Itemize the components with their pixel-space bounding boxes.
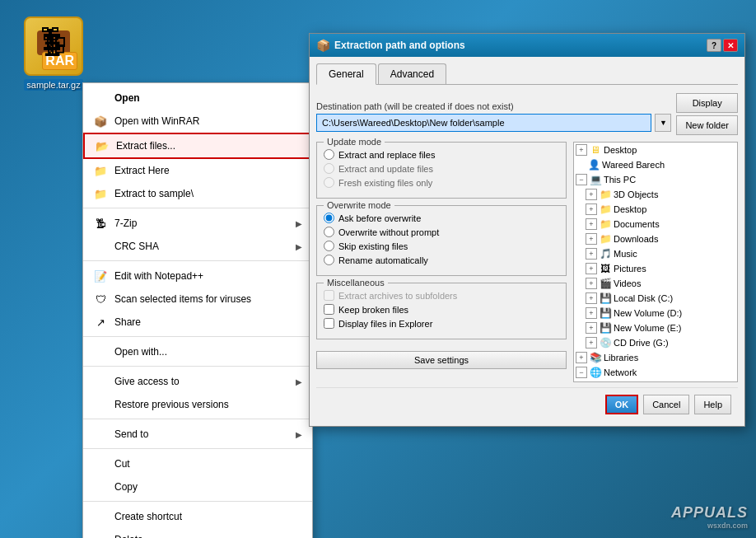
tree-expand-dl[interactable]: + [586,233,597,245]
tree-item-htr[interactable]: + 🖥 HtR [574,380,737,381]
context-menu-share[interactable]: ↗ Share [83,311,312,337]
context-menu-send-to[interactable]: Send to ▶ [83,423,312,449]
tree-expand-music[interactable]: + [586,248,597,260]
tree-view[interactable]: + 🖥 Desktop 👤 Wareed Barech − [574,143,737,381]
context-menu-restore[interactable]: Restore previous versions [83,393,312,419]
radio-fresh-only[interactable]: Fresh existing files only [324,177,559,188]
tree-item-libraries[interactable]: + 📚 Libraries [574,350,737,365]
context-menu-give-access[interactable]: Give access to ▶ [83,370,312,393]
tree-icon-dl: 📁 [599,232,612,246]
tree-expand-3d[interactable]: + [586,189,597,200]
tree-label-d: New Volume (D:) [614,308,682,318]
tab-general[interactable]: General [316,63,376,85]
tree-item-network[interactable]: − 🌐 Network [574,365,737,380]
tree-item-documents[interactable]: + 📁 Documents [574,217,737,232]
path-dropdown-btn[interactable]: ▼ [655,114,671,132]
tree-expand-desktop[interactable]: + [576,144,587,156]
radio-extract-update-input [324,163,334,174]
extract-here-icon: 📁 [93,163,108,178]
tree-expand-e[interactable]: + [586,322,597,334]
tree-icon-lib: 📚 [589,351,602,364]
tree-expand-d[interactable]: + [586,307,597,319]
context-menu-crc-sha[interactable]: CRC SHA ▶ [83,235,312,261]
check-display-files-input[interactable] [324,318,334,329]
tree-expand-pics[interactable]: + [586,263,597,274]
tree-expand-c[interactable]: + [586,292,597,304]
tree-item-desktop2[interactable]: + 📁 Desktop [574,202,737,217]
radio-without-prompt-input[interactable] [324,227,334,237]
radio-extract-replace[interactable]: Extract and replace files [324,149,559,160]
tree-item-volume-d[interactable]: + 💾 New Volume (D:) [574,306,737,320]
tab-advanced[interactable]: Advanced [378,63,446,84]
cancel-button[interactable]: Cancel [643,395,689,414]
check-display-files[interactable]: Display files in Explorer [324,318,559,329]
tree-expand-this-pc[interactable]: − [576,174,587,185]
radio-fresh-only-input [324,177,334,188]
tree-item-local-c[interactable]: + 💾 Local Disk (C:) [574,291,737,306]
cut-icon [93,456,108,471]
radio-rename-auto[interactable]: Rename automatically [324,255,559,265]
tree-item-wareed[interactable]: 👤 Wareed Barech [574,157,737,172]
tree-item-cd-g[interactable]: + 💿 CD Drive (G:) [574,335,737,350]
file-icon[interactable]: 🗜 RAR sample.tar.gz [16,16,91,91]
context-menu-extract-files[interactable]: 📂 Extract files... [83,133,312,159]
save-settings-btn[interactable]: Save settings [316,351,567,369]
help-button[interactable]: Help [694,395,731,414]
radio-extract-replace-label: Extract and replace files [338,150,435,160]
context-menu-extract-here[interactable]: 📁 Extract Here [83,159,312,182]
radio-extract-replace-input[interactable] [324,149,334,160]
context-menu-7zip[interactable]: 🗜 7-Zip ▶ [83,212,312,235]
tree-item-3d-objects[interactable]: + 📁 3D Objects [574,187,737,202]
new-folder-btn[interactable]: New folder [676,115,738,135]
tree-expand-lib[interactable]: + [576,352,587,363]
tree-expand-net[interactable]: − [576,367,587,378]
tree-item-this-pc[interactable]: − 💻 This PC [574,172,737,187]
context-menu: Open 📦 Open with WinRAR 📂 Extract files.… [82,82,313,538]
radio-without-prompt[interactable]: Overwrite without prompt [324,227,559,237]
context-menu-create-shortcut[interactable]: Create shortcut [83,505,312,528]
context-menu-cut[interactable]: Cut [83,452,312,475]
tree-expand-docs[interactable]: + [586,218,597,230]
tree-expand-vid[interactable]: + [586,278,597,289]
radio-skip-existing-input[interactable] [324,241,334,251]
tree-icon-d: 💾 [599,306,612,320]
context-menu-delete[interactable]: Delete [83,528,312,538]
share-label: Share [114,316,302,328]
tree-expand-g[interactable]: + [586,337,597,349]
scan-icon: 🛡 [93,292,108,306]
display-btn[interactable]: Display [676,93,738,113]
tree-item-music[interactable]: + 🎵 Music [574,246,737,261]
radio-extract-update[interactable]: Extract and update files [324,163,559,174]
close-titlebar-btn[interactable]: ✕ [723,39,738,52]
shortcut-icon [93,509,108,524]
check-keep-broken[interactable]: Keep broken files [324,304,559,315]
tree-item-videos[interactable]: + 🎬 Videos [574,276,737,291]
help-titlebar-btn[interactable]: ? [707,39,721,52]
tab-bar: General Advanced [316,63,738,85]
7zip-icon: 🗜 [93,216,108,231]
tree-item-volume-e[interactable]: + 💾 New Volume (E:) [574,320,737,335]
context-menu-extract-to[interactable]: 📁 Extract to sample\ [83,182,312,208]
radio-ask-before-input[interactable] [324,213,334,223]
destination-path-input[interactable] [316,114,651,132]
radio-rename-auto-input[interactable] [324,255,334,265]
context-menu-copy[interactable]: Copy [83,475,312,502]
ok-button[interactable]: OK [605,395,639,414]
tree-expand-desktop2[interactable]: + [586,204,597,215]
send-to-arrow: ▶ [296,430,302,439]
tree-item-desktop[interactable]: + 🖥 Desktop [574,143,737,157]
radio-ask-before[interactable]: Ask before overwrite [324,213,559,223]
tree-item-pictures[interactable]: + 🖼 Pictures [574,261,737,276]
context-menu-open[interactable]: Open [83,87,312,110]
radio-skip-existing-label: Skip existing files [338,241,408,251]
check-keep-broken-input[interactable] [324,304,334,315]
context-menu-edit-notepad[interactable]: 📝 Edit with Notepad++ [83,264,312,288]
misc-group: Miscellaneous Extract archives to subfol… [316,283,567,339]
context-menu-scan-virus[interactable]: 🛡 Scan selected items for viruses [83,288,312,311]
tree-label-this-pc: This PC [604,175,636,185]
context-menu-open-with[interactable]: Open with... [83,340,312,367]
tree-item-downloads[interactable]: + 📁 Downloads [574,232,737,246]
radio-skip-existing[interactable]: Skip existing files [324,241,559,251]
tree-icon-this-pc: 💻 [589,173,602,186]
context-menu-open-winrar[interactable]: 📦 Open with WinRAR [83,110,312,133]
